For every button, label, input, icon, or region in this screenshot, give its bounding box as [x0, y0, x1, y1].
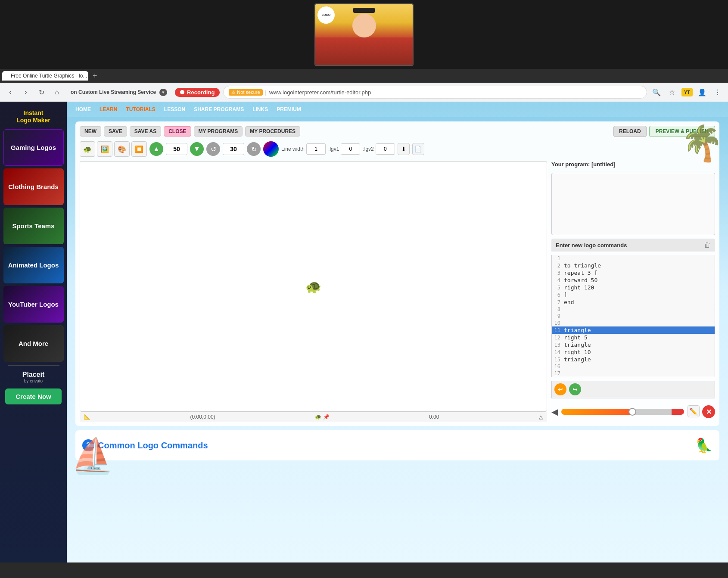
- canvas-angle-icon: △: [539, 414, 543, 420]
- canvas-icons-right: 🐢 📌: [315, 414, 329, 420]
- nav-lesson[interactable]: LESSON: [164, 106, 185, 112]
- download-btn[interactable]: ⬇: [398, 143, 410, 155]
- rotate-left-btn[interactable]: ↺: [206, 142, 220, 156]
- nav-home[interactable]: HOME: [75, 106, 91, 112]
- sidebar-item-sports[interactable]: Sports Teams: [3, 208, 64, 244]
- address-bar[interactable]: ⚠ Not secure | www.logointerpreter.com/t…: [223, 86, 647, 99]
- stop-icon-btn[interactable]: ⏹️: [131, 141, 147, 157]
- code-line-12: 12right 5: [552, 334, 715, 341]
- code-line-2: 2to triangle: [552, 262, 715, 269]
- new-button[interactable]: NEW: [80, 126, 101, 137]
- rotate-value-input[interactable]: 30: [223, 143, 244, 155]
- commands-section-header: ? Common Logo Commands 🦜: [82, 437, 712, 454]
- search-icon[interactable]: 🔍: [650, 86, 663, 98]
- recording-label: Recording: [187, 89, 215, 96]
- code-buttons: ↩ ↪: [551, 381, 715, 398]
- profile-icon[interactable]: 👤: [696, 86, 708, 98]
- back-btn[interactable]: ‹: [4, 86, 16, 98]
- animated-logos-label: Animated Logos: [8, 261, 59, 269]
- nav-share[interactable]: SHARE PROGRAMS: [194, 106, 244, 112]
- content-area: ⛵ 🌴 HOME LEARN TUTORIALS LESSON SHARE PR…: [67, 102, 728, 562]
- line-num: 12: [554, 335, 564, 341]
- line-num: 13: [554, 342, 564, 348]
- sidebar-item-animated[interactable]: Animated Logos: [3, 247, 64, 283]
- save-button[interactable]: SAVE: [104, 126, 127, 137]
- commands-label: Enter new logo commands: [556, 242, 627, 249]
- forward-value-input[interactable]: 50: [166, 143, 187, 155]
- sidebar-logo-line1: Instant: [16, 109, 50, 117]
- delete-icon[interactable]: 🗑: [704, 241, 711, 249]
- streaming-dropdown[interactable]: ▾: [159, 89, 167, 96]
- speed-left-btn[interactable]: ◀: [551, 407, 558, 417]
- tab-label: Free Online Turtle Graphics - lo...: [11, 73, 87, 79]
- program-textarea[interactable]: [551, 173, 715, 235]
- nav-links[interactable]: LINKS: [252, 106, 268, 112]
- run-down-btn[interactable]: ▼: [190, 142, 204, 156]
- editor-toolbar: NEW SAVE SAVE AS CLOSE MY PROGRAMS MY PR…: [80, 126, 715, 137]
- sidebar-item-gaming[interactable]: Gaming Logos: [3, 129, 64, 166]
- refresh-btn[interactable]: ↻: [35, 86, 47, 98]
- sidebar-item-youtuber[interactable]: YouTuber Logos: [3, 286, 64, 323]
- close-x-btn[interactable]: ✕: [702, 405, 715, 418]
- new-tab-btn[interactable]: +: [90, 71, 100, 81]
- code-text: right 5: [564, 334, 588, 341]
- nav-learn[interactable]: LEARN: [100, 106, 117, 112]
- reload-button[interactable]: RELOAD: [613, 126, 647, 137]
- sidebar-divider: [8, 365, 59, 366]
- star-icon[interactable]: ☆: [666, 86, 678, 98]
- nav-tutorials[interactable]: TUTORIALS: [126, 106, 155, 112]
- parrot-icon: 🦜: [695, 437, 712, 454]
- run-up-btn[interactable]: ▲: [149, 142, 163, 156]
- clothing-brands-label: Clothing Brands: [8, 183, 59, 190]
- right-panel: Your program: [untitled] Enter new logo …: [551, 161, 715, 422]
- code-line-13: 13triangle: [552, 341, 715, 348]
- color-wheel-btn[interactable]: [263, 141, 279, 157]
- code-text: right 120: [564, 284, 594, 291]
- home-btn[interactable]: ⌂: [51, 86, 63, 98]
- speed-thumb[interactable]: [628, 408, 636, 416]
- code-editor[interactable]: 12to triangle3 repeat 3 [4 forward 505 r…: [551, 255, 715, 377]
- placeit-text: Placeit: [22, 371, 45, 379]
- canvas-angle: 0.00: [429, 414, 439, 420]
- nav-premium[interactable]: PREMIUM: [277, 106, 301, 112]
- line-num: 8: [554, 306, 564, 312]
- sidebar-item-more[interactable]: And More: [3, 325, 64, 362]
- code-text: to triangle: [564, 262, 601, 269]
- image-icon-btn[interactable]: 🖼️: [97, 141, 112, 157]
- create-now-button[interactable]: Create Now: [5, 388, 62, 404]
- lgv1-label: :lgv1: [328, 146, 339, 152]
- not-secure-badge: ⚠ Not secure: [229, 89, 262, 96]
- redo-btn[interactable]: ↪: [569, 383, 581, 395]
- undo-btn[interactable]: ↩: [554, 383, 566, 395]
- recording-badge: Recording: [175, 88, 220, 97]
- sidebar: Instant Logo Maker Gaming Logos Clothing…: [0, 102, 67, 562]
- rotate-right-btn[interactable]: ↻: [247, 142, 261, 156]
- line-num: 4: [554, 277, 564, 283]
- sidebar-item-clothing[interactable]: Clothing Brands: [3, 168, 64, 205]
- active-tab[interactable]: Free Online Turtle Graphics - lo... ✕: [2, 71, 88, 81]
- code-line-14: 14right 10: [552, 348, 715, 356]
- my-programs-button[interactable]: MY PROGRAMS: [194, 126, 243, 137]
- turtle-icon-btn[interactable]: 🐢: [80, 141, 95, 157]
- pencil-tool-btn[interactable]: ✏️: [688, 405, 700, 417]
- line-num: 14: [554, 349, 564, 355]
- editor-panel: NEW SAVE SAVE AS CLOSE MY PROGRAMS MY PR…: [75, 121, 719, 426]
- line-num: 7: [554, 299, 564, 305]
- pdf-btn[interactable]: 📄: [412, 143, 424, 155]
- line-num: 2: [554, 263, 564, 269]
- my-procedures-button[interactable]: MY PROCEDURES: [245, 126, 300, 137]
- speed-slider[interactable]: [561, 409, 684, 415]
- lgv2-input[interactable]: [376, 143, 395, 155]
- save-as-button[interactable]: SAVE AS: [130, 126, 161, 137]
- speed-control: ◀ ✏️ ✕: [551, 402, 715, 422]
- close-button[interactable]: CLOSE: [164, 126, 191, 137]
- forward-nav-btn[interactable]: ›: [20, 86, 32, 98]
- line-width-input[interactable]: [306, 143, 326, 155]
- extension-icon[interactable]: YT: [681, 88, 693, 96]
- canvas-footer: 📐 (0.00,0.00) 🐢 📌 0.00 △: [80, 412, 547, 422]
- lgv1-input[interactable]: [341, 143, 360, 155]
- code-text: triangle: [564, 356, 591, 363]
- menu-icon[interactable]: ⋮: [712, 86, 724, 98]
- code-text: right 10: [564, 349, 591, 355]
- color-icon-btn[interactable]: 🎨: [114, 141, 130, 157]
